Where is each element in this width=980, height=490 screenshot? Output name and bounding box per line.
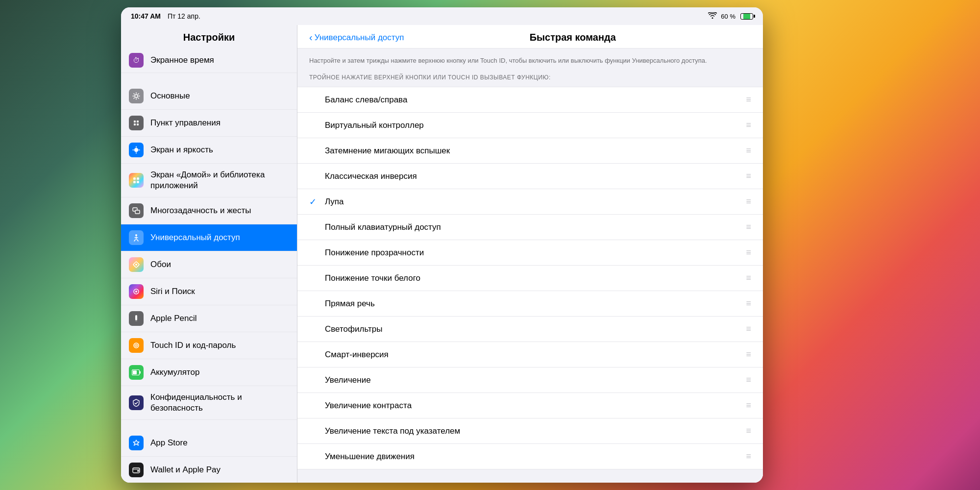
svg-rect-2 bbox=[137, 121, 139, 122]
osnov-icon bbox=[129, 89, 144, 103]
settings-row-filter[interactable]: Светофильтры≡ bbox=[297, 317, 763, 342]
touch-icon bbox=[129, 338, 144, 353]
sidebar-group-bottom: App Store Wallet и Apple Pay bbox=[121, 430, 297, 483]
drag-handle-text[interactable]: ≡ bbox=[746, 426, 751, 436]
row-label-text: Увеличение текста под указателем bbox=[325, 426, 740, 436]
svg-rect-23 bbox=[140, 371, 141, 374]
sidebar-group-main: Основные Пункт управления bbox=[121, 83, 297, 420]
sidebar-title: Настройки bbox=[121, 25, 297, 48]
ekran-label: Экран и яркость bbox=[150, 145, 213, 155]
drag-handle-white[interactable]: ≡ bbox=[746, 273, 751, 283]
sidebar-item-osnov[interactable]: Основные bbox=[121, 83, 297, 110]
battery-percent: 60 % bbox=[721, 13, 735, 20]
drag-handle-zoom[interactable]: ≡ bbox=[746, 375, 751, 385]
row-label-reduce: Уменьшение движения bbox=[325, 452, 740, 462]
privacy-label: Конфиденциальность и безопасность bbox=[150, 392, 289, 414]
sidebar-item-siri[interactable]: Siri и Поиск bbox=[121, 278, 297, 305]
row-label-balance: Баланс слева/справа bbox=[325, 95, 740, 105]
screen-time-label: Экранное время bbox=[150, 55, 214, 66]
svg-rect-8 bbox=[133, 181, 136, 183]
status-right: 60 % bbox=[708, 12, 753, 20]
drag-handle-transparency[interactable]: ≡ bbox=[746, 247, 751, 258]
drag-handle-smart[interactable]: ≡ bbox=[746, 349, 751, 360]
sidebar-item-touch[interactable]: Touch ID и код-пароль bbox=[121, 332, 297, 359]
sidebar-item-multi[interactable]: Многозадачность и жесты bbox=[121, 197, 297, 224]
settings-row-smart[interactable]: Смарт-инверсия≡ bbox=[297, 342, 763, 368]
sidebar-item-wallet[interactable]: Wallet и Apple Pay bbox=[121, 457, 297, 483]
multi-icon bbox=[129, 203, 144, 218]
ekran-icon bbox=[129, 143, 144, 157]
svg-point-21 bbox=[136, 345, 137, 346]
description-area: Настройте и затем трижды нажмите верхнюю… bbox=[297, 49, 763, 87]
status-date: Пт 12 апр. bbox=[168, 12, 200, 20]
svg-rect-3 bbox=[134, 123, 136, 125]
settings-row-speech[interactable]: Прямая речь≡ bbox=[297, 291, 763, 317]
svg-point-13 bbox=[135, 264, 137, 266]
svg-rect-4 bbox=[137, 123, 139, 125]
battery-label: Аккумулятор bbox=[150, 367, 199, 378]
wallp-label: Обои bbox=[150, 259, 171, 270]
sidebar-item-privacy[interactable]: Конфиденциальность и безопасность bbox=[121, 386, 297, 420]
back-label: Универсальный доступ bbox=[315, 33, 404, 43]
settings-row-balance[interactable]: Баланс слева/справа≡ bbox=[297, 87, 763, 113]
settings-row-transparency[interactable]: Понижение прозрачности≡ bbox=[297, 240, 763, 266]
sidebar-separator-2 bbox=[121, 420, 297, 430]
svg-rect-1 bbox=[134, 121, 136, 122]
svg-rect-11 bbox=[135, 210, 140, 214]
settings-row-flash[interactable]: Затемнение мигающих вспышек≡ bbox=[297, 138, 763, 164]
drag-handle-classic[interactable]: ≡ bbox=[746, 171, 751, 181]
sidebar-item-battery[interactable]: Аккумулятор bbox=[121, 359, 297, 386]
punkt-label: Пункт управления bbox=[150, 118, 220, 128]
back-button[interactable]: ‹ Универсальный доступ bbox=[309, 32, 404, 43]
drag-handle-contrast[interactable]: ≡ bbox=[746, 400, 751, 411]
nav-header: ‹ Универсальный доступ Быстрая команда bbox=[297, 25, 763, 49]
sidebar-item-pencil[interactable]: Apple Pencil bbox=[121, 305, 297, 332]
sidebar-item-home[interactable]: Экран «Домой» и библиотека приложений bbox=[121, 164, 297, 197]
sidebar-item-screen-time[interactable]: ⏱ Экранное время bbox=[121, 48, 297, 73]
settings-row-white[interactable]: Понижение точки белого≡ bbox=[297, 266, 763, 291]
drag-handle-flash[interactable]: ≡ bbox=[746, 146, 751, 156]
settings-row-zoom[interactable]: Увеличение≡ bbox=[297, 368, 763, 393]
settings-row-keyboard[interactable]: Полный клавиатурный доступ≡ bbox=[297, 215, 763, 240]
drag-handle-filter[interactable]: ≡ bbox=[746, 324, 751, 334]
settings-row-text[interactable]: Увеличение текста под указателем≡ bbox=[297, 418, 763, 444]
sidebar-item-punkt[interactable]: Пункт управления bbox=[121, 110, 297, 137]
svg-rect-7 bbox=[137, 177, 139, 180]
drag-handle-balance[interactable]: ≡ bbox=[746, 95, 751, 105]
wallet-label: Wallet и Apple Pay bbox=[150, 465, 220, 475]
settings-row-classic[interactable]: Классическая инверсия≡ bbox=[297, 164, 763, 189]
sidebar-scroll[interactable]: ⏱ Экранное время Основные bbox=[121, 48, 297, 483]
drag-handle-lupa[interactable]: ≡ bbox=[746, 196, 751, 207]
access-icon bbox=[129, 230, 144, 245]
drag-handle-reduce[interactable]: ≡ bbox=[746, 451, 751, 462]
settings-row-reduce[interactable]: Уменьшение движения≡ bbox=[297, 444, 763, 469]
sidebar-separator-1 bbox=[121, 73, 297, 83]
osnov-label: Основные bbox=[150, 91, 190, 101]
description-text: Настройте и затем трижды нажмите верхнюю… bbox=[309, 56, 751, 65]
status-time: 10:47 AM bbox=[131, 12, 161, 20]
svg-point-5 bbox=[134, 148, 138, 152]
pencil-icon bbox=[129, 311, 144, 326]
appstore-label: App Store bbox=[150, 438, 188, 448]
sidebar-item-appstore[interactable]: App Store bbox=[121, 430, 297, 457]
row-label-zoom: Увеличение bbox=[325, 375, 740, 385]
battery-icon-sidebar bbox=[129, 365, 144, 380]
sidebar-item-access[interactable]: Универсальный доступ bbox=[121, 224, 297, 251]
checkmark-lupa: ✓ bbox=[309, 196, 319, 207]
punkt-icon bbox=[129, 116, 144, 130]
pencil-label: Apple Pencil bbox=[150, 313, 197, 324]
drag-handle-keyboard[interactable]: ≡ bbox=[746, 222, 751, 232]
settings-row-contrast[interactable]: Увеличение контраста≡ bbox=[297, 393, 763, 418]
status-bar: 10:47 AM Пт 12 апр. 60 % bbox=[121, 7, 763, 25]
multi-label: Многозадачность и жесты bbox=[150, 205, 251, 216]
settings-row-virtual[interactable]: Виртуальный контроллер≡ bbox=[297, 113, 763, 138]
settings-row-lupa[interactable]: ✓Лупа≡ bbox=[297, 189, 763, 215]
row-label-speech: Прямая речь bbox=[325, 299, 740, 309]
sidebar-item-ekran[interactable]: Экран и яркость bbox=[121, 137, 297, 164]
drag-handle-speech[interactable]: ≡ bbox=[746, 298, 751, 309]
access-label: Универсальный доступ bbox=[150, 232, 240, 243]
row-label-filter: Светофильтры bbox=[325, 324, 740, 334]
settings-list[interactable]: Настройте и затем трижды нажмите верхнюю… bbox=[297, 49, 763, 483]
drag-handle-virtual[interactable]: ≡ bbox=[746, 120, 751, 130]
sidebar-item-wallp[interactable]: Обои bbox=[121, 251, 297, 278]
